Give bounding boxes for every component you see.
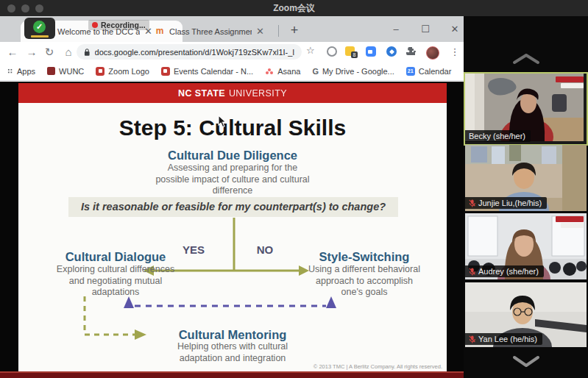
shield-bar-decoration <box>31 35 49 38</box>
video-tile-yan[interactable]: Yan Lee (he/his) <box>465 282 587 347</box>
home-button[interactable]: ⌂ <box>62 46 75 59</box>
moodle-favicon: m <box>155 26 165 37</box>
tab-close-icon[interactable]: ✕ <box>256 26 264 36</box>
slide: NC STATE UNIVERSITY Step 5: Cultural Ski… <box>18 83 447 371</box>
profile-avatar[interactable] <box>426 46 439 60</box>
muted-mic-icon <box>469 199 475 207</box>
apps-grid-icon <box>7 68 13 74</box>
bookmark-calendar[interactable]: 21 Calendar <box>406 67 452 76</box>
video-tile-junjie[interactable]: Junjie Liu,(he/his) <box>465 145 587 211</box>
extension-badge: 8 <box>351 51 358 58</box>
security-extension-icon[interactable]: ✓ <box>24 18 55 39</box>
recording-label: Recording... <box>101 21 146 29</box>
tab-class-three-assignment[interactable]: m Class Three Assignment: Discuss ✕ <box>150 21 293 42</box>
dialogue-heading: Cultural Dialogue <box>42 250 189 264</box>
events-calendar-favicon <box>161 67 170 76</box>
bookmark-events-calendar[interactable]: Events Calendar - N... <box>161 67 253 76</box>
style-switching-heading: Style-Switching <box>291 250 438 264</box>
scroll-down-chevron-icon[interactable] <box>464 353 588 369</box>
shield-check-icon: ✓ <box>33 21 46 33</box>
new-tab-button[interactable]: + <box>286 22 303 40</box>
shared-browser-window: Welcome to the DCC at NC State ✕ m Class… <box>0 16 464 378</box>
video-tile-audrey[interactable]: Audrey (she/her) <box>465 213 587 279</box>
participants-panel: Becky (she/her) Junjie Liu,(he/his) <box>464 16 588 378</box>
zoom-logo-favicon <box>96 67 105 76</box>
calendar-favicon: 21 <box>406 67 415 76</box>
overlay-badge <box>556 76 584 88</box>
zoom-extension-icon[interactable] <box>366 46 378 58</box>
bookmark-asana[interactable]: Asana <box>265 67 300 76</box>
bookmark-my-drive[interactable]: G My Drive - Google... <box>312 67 394 76</box>
extensions-puzzle-icon[interactable] <box>405 46 417 58</box>
browser-toolbar: ← → ↻ ⌂ docs.google.com/presentation/d/1… <box>0 42 464 63</box>
recording-dot-icon <box>92 22 98 28</box>
participant-name-tag: Yan Lee (he/his) <box>465 333 542 345</box>
mouse-cursor <box>217 115 227 129</box>
bookmark-wunc[interactable]: WUNC <box>47 67 84 76</box>
muted-mic-icon <box>469 335 475 343</box>
zoom-titlebar: Zoom会议 <box>0 0 588 16</box>
bookmark-star-icon[interactable]: ☆ <box>306 45 315 56</box>
reload-button[interactable]: ↻ <box>43 46 56 59</box>
style-switching-body: Using a different behavioral approach to… <box>291 264 438 299</box>
tab-separator <box>278 25 279 37</box>
presentation-viewport: NC STATE UNIVERSITY Step 5: Cultural Ski… <box>0 82 464 371</box>
tab-title: Class Three Assignment: Discuss <box>169 27 252 36</box>
video-tile-becky[interactable]: Becky (she/her) <box>464 72 588 146</box>
tab-strip: Welcome to the DCC at NC State ✕ m Class… <box>0 16 464 42</box>
copyright-text: © 2013 TMC | A Berlitz Company. All righ… <box>314 363 442 370</box>
mentoring-heading: Cultural Mentoring <box>18 328 447 342</box>
scroll-up-chevron-icon[interactable] <box>464 51 588 66</box>
window-maximize-button[interactable]: ☐ <box>417 21 434 38</box>
window-minimize-button[interactable]: – <box>387 21 405 38</box>
bookmark-zoom-logo[interactable]: Zoom Logo <box>96 67 149 76</box>
browser-menu-icon[interactable]: ⋮ <box>449 46 461 58</box>
overlay-badge <box>556 216 584 228</box>
window-bottom-edge <box>0 371 464 378</box>
blue-app-extension-icon[interactable] <box>386 46 398 58</box>
google-drive-favicon: G <box>312 67 319 76</box>
participant-name-tag: Junjie Liu,(he/his) <box>465 197 547 209</box>
bookmark-apps[interactable]: Apps <box>7 67 35 76</box>
zoom-window-title: Zoom会议 <box>0 2 588 15</box>
dialogue-body: Exploring cultural differences and negot… <box>42 264 189 299</box>
keep-extension-icon[interactable]: 8 <box>345 46 357 58</box>
back-button[interactable]: ← <box>6 46 19 59</box>
lock-icon <box>84 48 91 57</box>
bookmarks-bar: Apps WUNC Zoom Logo Events Calendar - N.… <box>0 62 464 81</box>
address-bar[interactable]: docs.google.com/presentation/d/1Wokj719z… <box>77 44 302 60</box>
participant-name-tag: Audrey (she/her) <box>465 265 544 277</box>
wunc-favicon <box>47 67 55 75</box>
forward-button[interactable]: → <box>25 46 38 59</box>
participant-name-tag: Becky (she/her) <box>465 130 531 142</box>
extension-circle-icon[interactable] <box>327 46 339 58</box>
muted-mic-icon <box>469 268 475 276</box>
mentoring-body: Helping others with cultural adaptation … <box>18 341 447 364</box>
url-text: docs.google.com/presentation/d/1Wokj719z… <box>95 48 294 57</box>
window-close-button[interactable]: ✕ <box>446 21 464 38</box>
no-label: NO <box>247 243 283 256</box>
recording-indicator: Recording... <box>88 20 149 30</box>
asana-favicon <box>265 68 274 74</box>
